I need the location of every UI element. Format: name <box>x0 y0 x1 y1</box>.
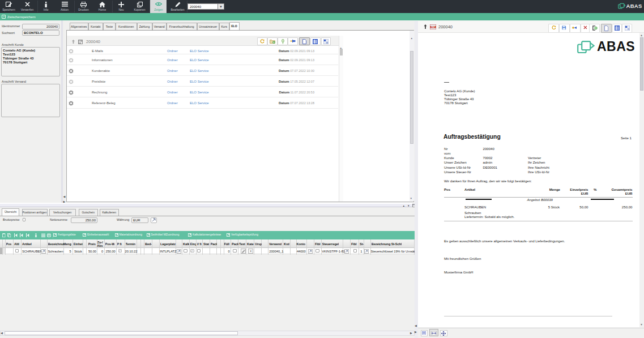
svg-text:PDF: PDF <box>432 25 435 28</box>
